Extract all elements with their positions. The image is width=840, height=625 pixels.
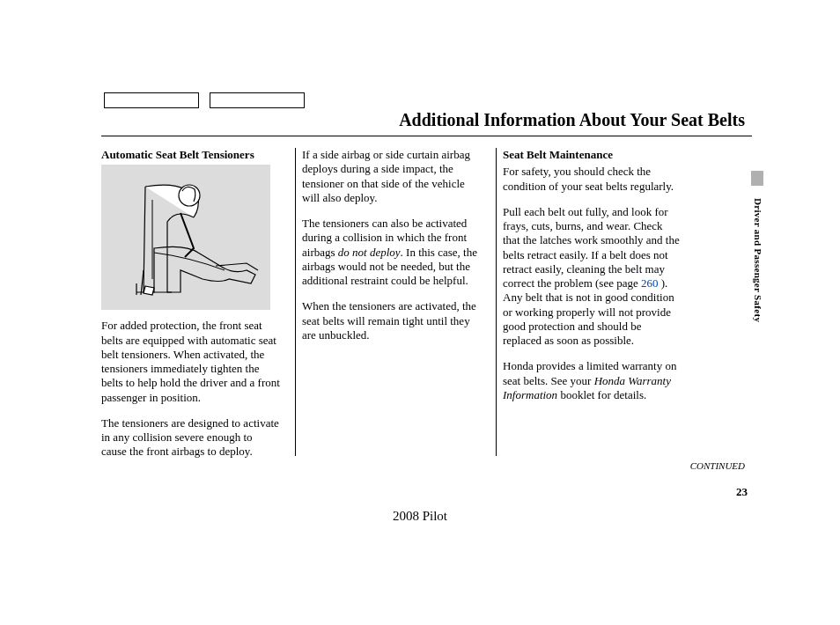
page-reference-link[interactable]: 260 <box>641 276 659 290</box>
title-rule <box>101 136 752 136</box>
col2-p2-italic: do not deploy <box>338 246 401 259</box>
column-2: If a side airbag or side curtain airbag … <box>302 148 490 471</box>
svg-point-1 <box>179 185 200 206</box>
col3-p1: For safety, you should check the conditi… <box>503 165 682 194</box>
continued-label: CONTINUED <box>690 460 745 471</box>
nav-box-2[interactable] <box>210 92 305 108</box>
column-separator-2 <box>496 148 497 456</box>
col2-p3: When the tensioners are activated, the s… <box>302 299 481 342</box>
col2-p2: The tensioners can also be activated dur… <box>302 217 481 288</box>
col1-p1: For added protection, the front seat bel… <box>101 319 280 405</box>
col1-p2: The tensioners are designed to activate … <box>101 416 280 460</box>
column-1: Automatic Seat Belt Tensioners For <box>101 148 289 471</box>
col3-p3b: booklet for details. <box>557 388 646 401</box>
nav-box-1[interactable] <box>104 92 199 108</box>
side-tab <box>751 171 763 186</box>
col3-p2: Pull each belt out fully, and look for f… <box>503 205 682 349</box>
col3-p3: Honda provides a limited warranty on sea… <box>503 359 682 402</box>
side-section-label: Driver and Passenger Safety <box>753 198 763 322</box>
col3-heading: Seat Belt Maintenance <box>503 148 682 162</box>
col2-p1: If a side airbag or side curtain airbag … <box>302 148 481 205</box>
footer-model: 2008 Pilot <box>393 509 447 524</box>
seat-belt-illustration <box>101 165 270 310</box>
page-number: 23 <box>736 485 748 499</box>
page-title: Additional Information About Your Seat B… <box>399 110 745 130</box>
column-separator-1 <box>295 148 296 456</box>
column-3: Seat Belt Maintenance For safety, you sh… <box>503 148 690 471</box>
col1-heading: Automatic Seat Belt Tensioners <box>101 148 280 162</box>
